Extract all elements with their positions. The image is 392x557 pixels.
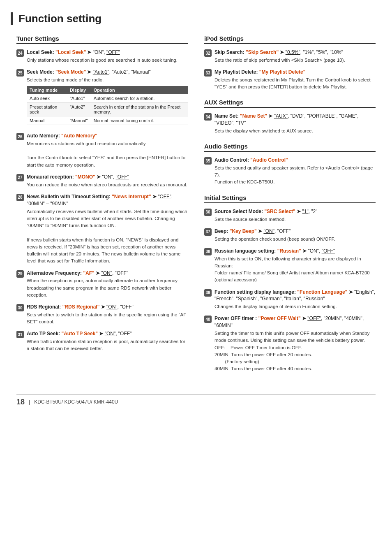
- model-info: KDC-BT50U/ KDC-5047U/ KMR-440U: [34, 399, 118, 405]
- item-title-40: Power OFF timer : "Power OFF Wait" ➤ "OF…: [214, 315, 376, 329]
- item-num-34: 34: [204, 113, 212, 121]
- item-content-35: Audio Control: "Audio Control" Sets the …: [214, 157, 376, 186]
- item-content-24: Local Seek: "Local Seek" ➤ "ON", "OFF" O…: [27, 49, 188, 64]
- item-num-30: 30: [16, 304, 24, 311]
- item-desc-39: Changes the display language of items in…: [214, 303, 376, 310]
- item-desc-31: When traffic information station recepti…: [27, 338, 188, 353]
- section-tuner-settings: Tuner Settings: [16, 35, 188, 44]
- item-desc-36: Sets the source selection method.: [214, 216, 376, 223]
- page-title: Function setting: [11, 12, 376, 25]
- table-row: Manual "Manual" Normal manual tuning con…: [27, 116, 188, 125]
- section-ipod-settings: iPod Settings: [204, 35, 376, 44]
- item-content-27: Monaural reception: "MONO" ➤ "ON", "OFF"…: [27, 174, 188, 188]
- item-desc-38: When this is set to ON, the following ch…: [214, 255, 376, 284]
- item-desc-24: Only stations whose reception is good ar…: [27, 57, 188, 64]
- item-title-26: Auto Memory: "Auto Memory": [27, 132, 188, 139]
- item-38: 38 Russian language setting: "Russian" ➤…: [204, 248, 376, 284]
- item-26: 26 Auto Memory: "Auto Memory" Memorizes …: [16, 132, 188, 169]
- table-row: Preset station seek "Auto2" Search in or…: [27, 103, 188, 116]
- item-title-29: Alternatove Frequency: "AF" ➤ "ON", "OFF…: [27, 270, 188, 277]
- item-num-36: 36: [204, 209, 212, 216]
- item-content-37: Beep: "Key Beep" ➤ "ON", "OFF" Setting t…: [214, 228, 376, 243]
- item-title-33: My Playlist Delete: "My Playlist Delete": [214, 69, 376, 76]
- item-num-28: 28: [16, 194, 24, 201]
- section-aux-settings: AUX Settings: [204, 99, 376, 108]
- right-column: iPod Settings 32 Skip Search: "Skip Sear…: [204, 35, 376, 378]
- item-desc-28: Automatically receives news bulletin whe…: [27, 208, 188, 265]
- item-content-26: Auto Memory: "Auto Memory" Memorizes six…: [27, 132, 188, 169]
- item-num-31: 31: [16, 331, 24, 338]
- item-24: 24 Local Seek: "Local Seek" ➤ "ON", "OFF…: [16, 49, 188, 64]
- item-num-35: 35: [204, 157, 212, 165]
- item-desc-33: Deletes the songs registered in My Playl…: [214, 77, 376, 91]
- item-title-38: Russian language setting: "Russian" ➤ "O…: [214, 248, 376, 255]
- footer-separator: |: [29, 399, 30, 405]
- item-content-36: Source Select Mode: "SRC Select" ➤ "1", …: [214, 208, 376, 223]
- item-25: 25 Seek Mode: "Seek Mode" ➤ "Auto1", "Au…: [16, 69, 188, 128]
- item-desc-30: Sets whether to switch to the station on…: [27, 311, 188, 326]
- item-34: 34 Name Set: "Name Set" ➤ "AUX", "DVD", …: [204, 113, 376, 135]
- item-num-37: 37: [204, 228, 212, 236]
- item-27: 27 Monaural reception: "MONO" ➤ "ON", "O…: [16, 174, 188, 188]
- item-num-39: 39: [204, 289, 212, 297]
- item-30: 30 RDS Regional: "RDS Regional" ➤ "ON", …: [16, 304, 188, 325]
- footer: 18 | KDC-BT50U/ KDC-5047U/ KMR-440U: [16, 394, 376, 406]
- table-header-display: Display: [67, 86, 91, 94]
- item-num-26: 26: [16, 133, 24, 140]
- item-num-33: 33: [204, 69, 212, 77]
- item-title-30: RDS Regional: "RDS Regional" ➤ "ON", "OF…: [27, 304, 188, 311]
- item-desc-32: Sets the ratio of skip performed with <S…: [214, 57, 376, 64]
- table-header-operation: Operation: [91, 86, 188, 94]
- item-content-25: Seek Mode: "Seek Mode" ➤ "Auto1", "Auto2…: [27, 69, 188, 128]
- item-num-38: 38: [204, 248, 212, 255]
- item-37: 37 Beep: "Key Beep" ➤ "ON", "OFF" Settin…: [204, 228, 376, 243]
- table-row: Auto seek "Auto1" Automatic search for a…: [27, 94, 188, 103]
- item-36: 36 Source Select Mode: "SRC Select" ➤ "1…: [204, 208, 376, 223]
- item-num-29: 29: [16, 270, 24, 278]
- item-content-39: Function setting display language: "Func…: [214, 289, 376, 311]
- item-desc-35: Sets the sound quality and speaker syste…: [214, 165, 376, 186]
- item-content-28: News Bulletin with Timeout Setting: "New…: [27, 193, 188, 265]
- item-title-37: Beep: "Key Beep" ➤ "ON", "OFF": [214, 228, 376, 235]
- item-content-29: Alternatove Frequency: "AF" ➤ "ON", "OFF…: [27, 270, 188, 299]
- tuning-mode-table: Tuning mode Display Operation Auto seek …: [27, 86, 188, 125]
- item-desc-25: Selects the tuning mode of the radio.: [27, 77, 188, 84]
- item-title-28: News Bulletin with Timeout Setting: "New…: [27, 193, 188, 207]
- table-header-mode: Tuning mode: [27, 86, 67, 94]
- left-column: Tuner Settings 24 Local Seek: "Local See…: [16, 35, 188, 378]
- item-num-24: 24: [16, 49, 24, 57]
- item-content-30: RDS Regional: "RDS Regional" ➤ "ON", "OF…: [27, 304, 188, 325]
- section-initial-settings: Initial Settings: [204, 194, 376, 203]
- item-40: 40 Power OFF timer : "Power OFF Wait" ➤ …: [204, 315, 376, 372]
- section-audio-settings: Audio Settings: [204, 143, 376, 152]
- item-39: 39 Function setting display language: "F…: [204, 289, 376, 311]
- item-desc-29: When the reception is poor, automaticall…: [27, 277, 188, 299]
- item-content-33: My Playlist Delete: "My Playlist Delete"…: [214, 69, 376, 91]
- item-title-34: Name Set: "Name Set" ➤ "AUX", "DVD", "PO…: [214, 113, 376, 127]
- item-title-36: Source Select Mode: "SRC Select" ➤ "1", …: [214, 208, 376, 215]
- item-num-25: 25: [16, 69, 24, 77]
- item-num-27: 27: [16, 174, 24, 181]
- item-num-40: 40: [204, 316, 212, 323]
- item-31: 31 Auto TP Seek: "Auto TP Seek" ➤ "ON", …: [16, 330, 188, 352]
- item-content-34: Name Set: "Name Set" ➤ "AUX", "DVD", "PO…: [214, 113, 376, 135]
- item-desc-27: You can reduce the noise when stereo bro…: [27, 181, 188, 188]
- item-desc-37: Setting the operation check sound (beep …: [214, 236, 376, 243]
- item-29: 29 Alternatove Frequency: "AF" ➤ "ON", "…: [16, 270, 188, 299]
- item-content-32: Skip Search: "Skip Search" ➤ "0.5%", "1%…: [214, 49, 376, 64]
- item-desc-40: Setting the timer to turn this unit's po…: [214, 330, 376, 373]
- item-content-38: Russian language setting: "Russian" ➤ "O…: [214, 248, 376, 284]
- item-33: 33 My Playlist Delete: "My Playlist Dele…: [204, 69, 376, 91]
- item-35: 35 Audio Control: "Audio Control" Sets t…: [204, 157, 376, 186]
- item-32: 32 Skip Search: "Skip Search" ➤ "0.5%", …: [204, 49, 376, 64]
- item-title-25: Seek Mode: "Seek Mode" ➤ "Auto1", "Auto2…: [27, 69, 188, 76]
- item-content-31: Auto TP Seek: "Auto TP Seek" ➤ "ON", "OF…: [27, 330, 188, 352]
- item-content-40: Power OFF timer : "Power OFF Wait" ➤ "OF…: [214, 315, 376, 372]
- item-title-24: Local Seek: "Local Seek" ➤ "ON", "OFF": [27, 49, 188, 56]
- item-title-35: Audio Control: "Audio Control": [214, 157, 376, 164]
- item-title-27: Monaural reception: "MONO" ➤ "ON", "OFF": [27, 174, 188, 181]
- item-title-32: Skip Search: "Skip Search" ➤ "0.5%", "1%…: [214, 49, 376, 56]
- item-title-39: Function setting display language: "Func…: [214, 289, 376, 303]
- item-title-31: Auto TP Seek: "Auto TP Seek" ➤ "ON", "OF…: [27, 330, 188, 337]
- item-num-32: 32: [204, 49, 212, 57]
